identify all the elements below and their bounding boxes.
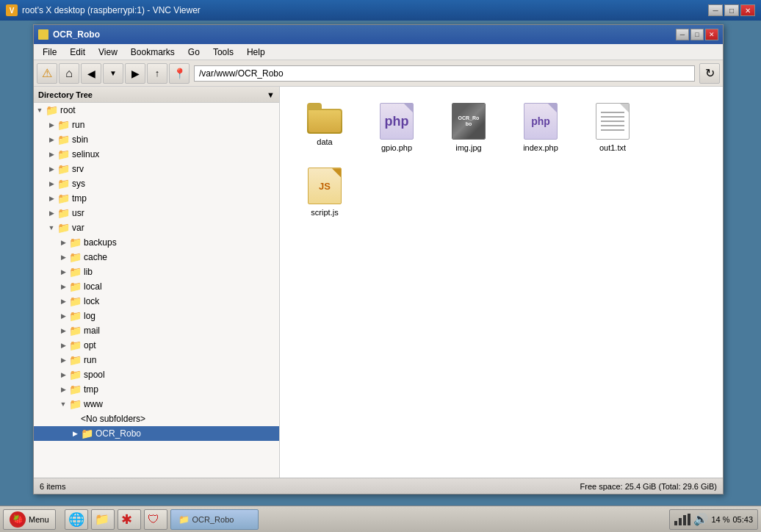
fm-close-button[interactable]: ✕: [705, 29, 718, 40]
filemanager-taskbar-button[interactable]: 📁: [91, 509, 115, 530]
clock: 05:43: [732, 515, 753, 524]
tree-toggle-lock[interactable]: ▶: [57, 294, 69, 309]
tree-toggle-srv[interactable]: ▶: [46, 162, 57, 176]
tree-toggle-opt[interactable]: ▶: [57, 338, 69, 353]
tree-item-tmp[interactable]: ▶ 📁 tmp: [34, 191, 279, 206]
warning-button[interactable]: ⚠: [37, 63, 57, 84]
menu-bookmarks[interactable]: Bookmarks: [125, 46, 181, 59]
tree-item-local[interactable]: ▶ 📁 local: [34, 279, 279, 294]
tree-toggle-local[interactable]: ▶: [57, 279, 69, 294]
reload-button[interactable]: ↻: [699, 63, 720, 84]
file-item-script-js[interactable]: JS script.js: [292, 163, 358, 222]
forward-button[interactable]: ▶: [125, 63, 145, 84]
tree-item-sbin[interactable]: ▶ 📁 sbin: [34, 132, 279, 147]
tree-toggle-run2[interactable]: ▶: [57, 353, 69, 367]
menu-edit[interactable]: Edit: [64, 46, 91, 59]
back-button[interactable]: ◀: [81, 63, 101, 84]
folder-icon-var: 📁: [57, 222, 70, 234]
tree-item-root[interactable]: ▼ 📁 root: [34, 103, 279, 118]
task-icon-4[interactable]: 🛡: [144, 509, 167, 530]
tree-item-www[interactable]: ▼ 📁 www: [34, 397, 279, 411]
up-button[interactable]: ↑: [147, 63, 167, 84]
tree-item-nosubfolders[interactable]: ▶ <No subfolders>: [34, 411, 279, 426]
tree-toggle-tmp[interactable]: ▶: [46, 191, 57, 206]
tree-toggle-run1[interactable]: ▶: [46, 118, 57, 132]
tree-item-lock[interactable]: ▶ 📁 lock: [34, 294, 279, 309]
tree-toggle-tmp2[interactable]: ▶: [57, 382, 69, 397]
file-item-img-jpg[interactable]: OCR_Robo img.jpg: [436, 98, 502, 157]
tree-toggle-usr[interactable]: ▶: [46, 206, 57, 220]
vnc-maximize-button[interactable]: □: [724, 4, 739, 16]
tree-item-cache[interactable]: ▶ 📁 cache: [34, 250, 279, 265]
file-item-gpio-php[interactable]: php gpio.php: [364, 98, 430, 157]
file-icon-img-jpg: OCR_Robo: [452, 103, 486, 140]
tree-item-srv[interactable]: ▶ 📁 srv: [34, 162, 279, 176]
ocr-label: OCR_Robo: [457, 114, 481, 128]
tree-toggle-mail[interactable]: ▶: [57, 323, 69, 338]
tree-item-ocr-robo[interactable]: ▶ 📁 OCR_Robo: [34, 426, 279, 441]
folder-icon-sbin: 📁: [57, 134, 70, 145]
vnc-minimize-button[interactable]: ─: [708, 4, 723, 16]
tree-toggle-sbin[interactable]: ▶: [46, 132, 57, 147]
file-icon-index-php: php: [524, 103, 558, 140]
tree-toggle-root[interactable]: ▼: [34, 103, 46, 118]
tree-item-mail[interactable]: ▶ 📁 mail: [34, 323, 279, 338]
file-label-out1-txt: out1.txt: [599, 143, 626, 153]
statusbar: 6 items Free space: 25.4 GiB (Total: 29.…: [34, 478, 723, 494]
tree-item-log[interactable]: ▶ 📁 log: [34, 309, 279, 323]
home-button[interactable]: ⌂: [59, 63, 79, 84]
folder-icon-opt: 📁: [69, 339, 82, 351]
dir-tree-collapse-icon[interactable]: ▼: [267, 90, 275, 99]
tree-item-usr[interactable]: ▶ 📁 usr: [34, 206, 279, 220]
file-item-index-php[interactable]: php index.php: [508, 98, 574, 157]
vnc-window-controls: ─ □ ✕: [708, 4, 755, 16]
task-window-label: OCR_Robo: [192, 515, 234, 524]
fm-maximize-button[interactable]: □: [690, 29, 704, 40]
tree-item-run1[interactable]: ▶ 📁 run: [34, 118, 279, 132]
tree-item-selinux[interactable]: ▶ 📁 selinux: [34, 147, 279, 162]
tree-toggle-log[interactable]: ▶: [57, 309, 69, 323]
tree-item-run2[interactable]: ▶ 📁 run: [34, 353, 279, 367]
tree-toggle-selinux[interactable]: ▶: [46, 147, 57, 162]
tree-item-backups[interactable]: ▶ 📁 backups: [34, 235, 279, 250]
tree-toggle-sys[interactable]: ▶: [46, 176, 57, 191]
tree-toggle-www[interactable]: ▼: [57, 397, 69, 411]
dropdown-button[interactable]: ▼: [103, 63, 123, 84]
tree-label-lib: lib: [84, 267, 93, 277]
file-item-out1-txt[interactable]: out1.txt: [580, 98, 646, 157]
tree-toggle-spool[interactable]: ▶: [57, 367, 69, 382]
tree-label-local: local: [84, 281, 102, 292]
tree-item-opt[interactable]: ▶ 📁 opt: [34, 338, 279, 353]
menu-view[interactable]: View: [93, 46, 123, 59]
fm-title-icon: [38, 29, 48, 40]
tree-toggle-backups[interactable]: ▶: [57, 235, 69, 250]
tree-item-var[interactable]: ▼ 📁 var: [34, 220, 279, 235]
folder-icon-usr: 📁: [57, 207, 70, 219]
tree-item-spool[interactable]: ▶ 📁 spool: [34, 367, 279, 382]
start-menu-button[interactable]: 🍓 Menu: [3, 509, 56, 530]
tree-toggle-cache[interactable]: ▶: [57, 250, 69, 265]
address-input[interactable]: [194, 65, 695, 82]
toolbar: ⚠ ⌂ ◀ ▼ ▶ ↑ 📍 ↻: [34, 60, 723, 87]
fm-minimize-button[interactable]: ─: [676, 29, 689, 40]
menu-tools[interactable]: Tools: [207, 46, 239, 59]
tree-toggle-ocr-robo[interactable]: ▶: [69, 426, 81, 441]
task-icon-3[interactable]: ✱: [118, 509, 141, 530]
location-button[interactable]: 📍: [169, 63, 190, 84]
menu-help[interactable]: Help: [241, 46, 271, 59]
tree-item-tmp2[interactable]: ▶ 📁 tmp: [34, 382, 279, 397]
tree-toggle-var[interactable]: ▼: [46, 220, 57, 235]
menu-file[interactable]: File: [37, 46, 62, 59]
vnc-close-button[interactable]: ✕: [740, 4, 755, 16]
tree-toggle-lib[interactable]: ▶: [57, 265, 69, 279]
tree-item-sys[interactable]: ▶ 📁 sys: [34, 176, 279, 191]
tree-item-lib[interactable]: ▶ 📁 lib: [34, 265, 279, 279]
file-item-data[interactable]: data: [292, 98, 358, 157]
fm-window-controls: ─ □ ✕: [676, 29, 718, 40]
tree-label-opt: opt: [84, 340, 96, 351]
task-window-ocr-robo[interactable]: 📁 OCR_Robo: [170, 509, 259, 530]
tree-label-sys: sys: [72, 179, 85, 189]
dir-tree-scroll[interactable]: ▼ 📁 root ▶ 📁 run ▶: [34, 103, 279, 478]
menu-go[interactable]: Go: [182, 46, 206, 59]
browser-button[interactable]: 🌐: [65, 509, 88, 530]
